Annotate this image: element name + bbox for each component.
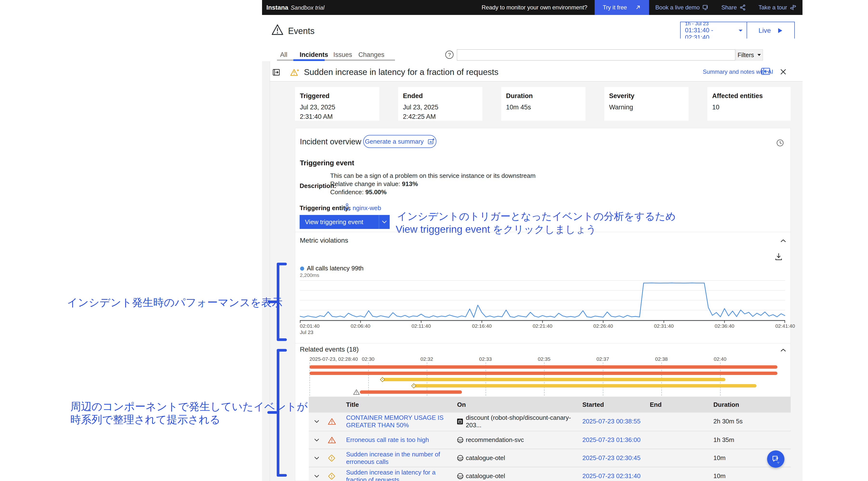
row-expander-icon[interactable]: [314, 467, 319, 481]
started-link[interactable]: 2025-07-23 01:36:00: [582, 431, 641, 449]
started-link[interactable]: 2025-07-23 00:38:55: [582, 413, 641, 430]
incident-title: Sudden increase in latency for a fractio…: [304, 67, 498, 77]
x-tick-label: 02:06:40: [351, 323, 370, 329]
annotation-mid-line2: View triggering event をクリックしましょう: [396, 223, 596, 236]
event-title-link[interactable]: Erroneous call rate is too high: [346, 431, 452, 449]
search-input[interactable]: [457, 50, 735, 60]
history-clock-icon[interactable]: [776, 139, 784, 147]
event-title-link[interactable]: Sudden increase in latency for a fractio…: [346, 467, 452, 481]
timeline-event-bar[interactable]: [414, 384, 756, 388]
incident-warning-icon: [290, 68, 300, 77]
timeline-tick-label: 02:35: [538, 356, 551, 362]
timeline-event-bar[interactable]: [309, 365, 777, 369]
annotation-left-performance: インシデント発生時のパフォーマンスを表示: [67, 296, 282, 310]
trial-message: Ready to monitor your own environment?: [482, 4, 587, 11]
timeline-tick-label: 02:40: [714, 356, 726, 362]
time-range-label: 1h - Jul 23: [685, 21, 738, 27]
on-entity: catalogue-otel: [466, 449, 572, 467]
x-axis-date-label: Jul 23: [300, 329, 313, 335]
collapse-metric-violations-icon[interactable]: [779, 237, 787, 244]
live-button[interactable]: Live: [747, 22, 794, 39]
close-icon[interactable]: [779, 68, 787, 76]
legend-label[interactable]: All calls latency 99th: [307, 265, 364, 272]
started-link[interactable]: 2025-07-23 02:30:45: [582, 449, 641, 467]
try-it-free-button[interactable]: Try it free: [595, 0, 649, 15]
legend-dot: [300, 267, 304, 271]
timeline-tick-label: 02:37: [596, 356, 609, 362]
filters-button[interactable]: Filters: [736, 50, 763, 60]
service-icon: [457, 431, 464, 449]
time-range-picker[interactable]: 1h - Jul 23 01:31:40 - 02:31:40 Live: [680, 22, 795, 39]
book-live-demo-button[interactable]: Book a live demo: [649, 4, 715, 11]
col-on: On: [457, 401, 466, 409]
view-button-dropdown[interactable]: [379, 215, 390, 229]
card-affected-entities: Affected entities 10: [707, 87, 791, 121]
card-ended: Ended Jul 23, 2025 2:42:25 AM: [398, 87, 483, 121]
take-a-tour-button[interactable]: Take a tour: [752, 4, 803, 11]
event-title-link[interactable]: CONTAINER MEMORY USAGE IS GREATER THAN 5…: [346, 413, 452, 430]
expand-panel-icon[interactable]: [272, 68, 280, 76]
collapse-related-events-icon[interactable]: [779, 347, 787, 354]
table-row[interactable]: Sudden increase in the number of erroneo…: [309, 449, 791, 467]
share-button[interactable]: Share: [715, 4, 752, 11]
time-range-dropdown[interactable]: 1h - Jul 23 01:31:40 - 02:31:40: [681, 22, 747, 39]
annotation-left-related-line2: 時系列で整理されて提示される: [70, 413, 220, 427]
container-icon: [457, 413, 463, 430]
demo-screen-icon: [703, 4, 709, 10]
page-title: Events: [288, 26, 314, 36]
related-events-table: Title On Started End Duration CONTAINER …: [309, 397, 791, 481]
col-started: Started: [582, 401, 604, 409]
annotation-mid-line1: インシデントのトリガーとなったイベントの分析をするため: [397, 210, 676, 223]
table-row[interactable]: CONTAINER MEMORY USAGE IS GREATER THAN 5…: [309, 413, 791, 430]
timeline-tick-label: 2025-07-23, 02:28:40: [309, 356, 358, 362]
duration-value: 2h 30m 5s: [713, 413, 743, 430]
row-expander-icon[interactable]: [314, 449, 319, 467]
timeline-event-bar[interactable]: [360, 390, 462, 394]
started-link[interactable]: 2025-07-23 02:31:40: [582, 467, 641, 481]
severity-warning-icon: [328, 467, 336, 481]
arrow-up-right-icon: [635, 5, 641, 10]
timeline-event-bar[interactable]: [383, 378, 725, 381]
warning-triangle-marker-icon: [353, 389, 360, 395]
download-chart-icon[interactable]: [774, 252, 783, 261]
col-end: End: [650, 401, 661, 409]
divider: [295, 343, 790, 343]
col-duration: Duration: [713, 401, 739, 409]
events-warning-icon: [271, 24, 284, 36]
card-severity: Severity Warning: [604, 87, 689, 121]
x-tick-label: 02:36:40: [715, 323, 734, 329]
severity-critical-icon: [328, 431, 336, 449]
latency-chart: [300, 279, 785, 324]
severity-critical-icon: [328, 413, 336, 430]
tab-issues[interactable]: Issues: [333, 51, 352, 59]
row-expander-icon[interactable]: [314, 413, 319, 430]
chart-x-axis-labels: 02:01:40Jul 2302:06:4002:11:4002:16:4002…: [300, 323, 785, 336]
generate-summary-button[interactable]: Generate a summary AI: [363, 135, 436, 148]
on-entity: catalogue-otel: [466, 467, 572, 481]
view-triggering-event-button[interactable]: View triggering event: [300, 215, 390, 229]
collapsed-list-gutter: [262, 61, 270, 481]
row-expander-icon[interactable]: [314, 431, 319, 449]
x-tick-label: 02:21:40: [533, 323, 553, 329]
tab-all[interactable]: All: [280, 51, 287, 59]
assistant-fab-button[interactable]: [767, 450, 784, 468]
on-entity: discount (robot-shop/discount-canary-203…: [466, 413, 572, 430]
svg-text:AI: AI: [429, 141, 432, 143]
description-line2: Relative change in value: 913%: [330, 180, 418, 188]
tab-changes[interactable]: Changes: [359, 51, 384, 59]
brand: Instana Sandbox trial: [267, 4, 324, 11]
event-title-link[interactable]: Sudden increase in the number of erroneo…: [346, 449, 452, 467]
x-tick-label: 02:16:40: [472, 323, 492, 329]
timeline-event-bar[interactable]: [309, 371, 777, 375]
ai-icon: AI: [428, 138, 435, 145]
triggering-entity-link[interactable]: nginx-web: [352, 204, 381, 212]
duration-value: 10m: [713, 449, 726, 467]
timeline-tick-label: 02:33: [479, 356, 492, 362]
table-row[interactable]: Erroneous call rate is too highrecommend…: [309, 431, 791, 449]
help-icon[interactable]: ?: [445, 51, 454, 59]
latency-chart-svg: [300, 279, 785, 324]
open-panel-icon[interactable]: [761, 67, 770, 75]
table-row[interactable]: Sudden increase in latency for a fractio…: [309, 467, 791, 481]
tab-incidents[interactable]: Incidents: [300, 51, 328, 59]
brace-chart-pointer: [268, 301, 277, 303]
